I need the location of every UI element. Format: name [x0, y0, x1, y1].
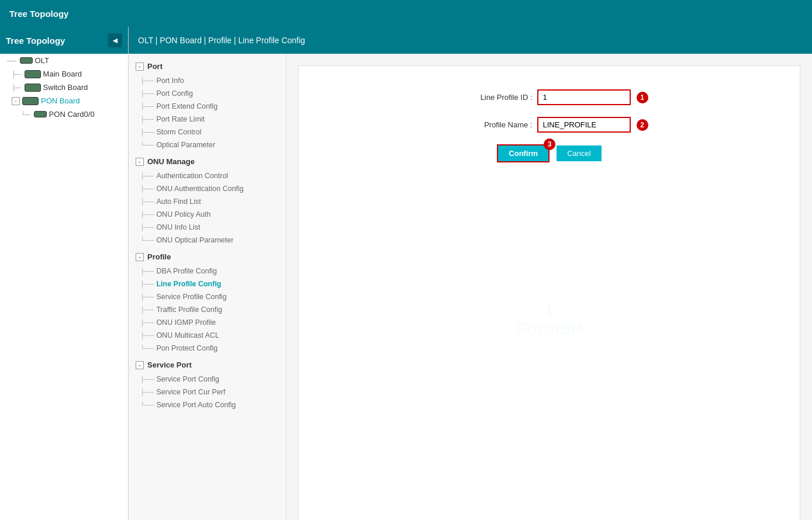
nav-item-storm-control[interactable]: ├──Storm Control [129, 126, 286, 138]
tree-connector: └─ [21, 111, 30, 118]
nav-item-service-port-auto-config[interactable]: └──Service Port Auto Config [129, 398, 286, 411]
nav-item-auto-find-list[interactable]: ├──Auto Find List [129, 195, 286, 208]
form-buttons-row: Confirm 3 Cancel [310, 144, 788, 162]
confirm-button[interactable]: Confirm [497, 144, 550, 162]
sidebar-item-label: Switch Board [43, 83, 88, 92]
badge-3: 3 [544, 138, 555, 150]
right-panel: OLT | PON Board | Profile | Line Profile… [129, 27, 812, 520]
sidebar-item-switch-board[interactable]: ├─ Switch Board [0, 81, 128, 94]
badge-1: 1 [637, 92, 648, 103]
nav-section-label: Profile [147, 252, 171, 261]
nav-item-optical-parameter[interactable]: └──Optical Parameter [129, 138, 286, 151]
nav-item-pon-protect-config[interactable]: └──Pon Protect Config [129, 342, 286, 355]
nav-section-label: ONU Manage [147, 157, 195, 166]
nav-section-header-service-port[interactable]: - Service Port [129, 357, 286, 373]
sidebar-header: Tree Topology ◄ [0, 27, 128, 54]
sidebar: Tree Topology ◄ ── OLT ├─ Main Board ├─ … [0, 27, 129, 520]
expand-icon[interactable]: - [12, 97, 20, 105]
nav-item-service-port-cur-perf[interactable]: ├──Service Port Cur Perf [129, 386, 286, 398]
form-panel: Line Profile ID : 1 Profile Name : 2 Con… [298, 65, 800, 520]
sidebar-title: Tree Topology [6, 36, 65, 46]
nav-item-port-info[interactable]: ├──Port Info [129, 74, 286, 87]
sidebar-item-label: PON Board [41, 96, 80, 105]
nav-item-line-profile-config[interactable]: ├──Line Profile Config [129, 278, 286, 290]
sidebar-item-label: OLT [35, 56, 49, 65]
content-area: - Port ├──Port Info ├──Port Config ├──Po… [129, 54, 812, 520]
app-header: Tree Topology [0, 0, 812, 27]
nav-item-onu-auth-config[interactable]: ├──ONU Authentication Config [129, 182, 286, 195]
nav-section-service-port: - Service Port ├──Service Port Config ├─… [129, 357, 286, 411]
profile-name-input[interactable] [537, 117, 631, 133]
nav-section-header-port[interactable]: - Port [129, 58, 286, 74]
nav-section-label: Port [147, 62, 163, 71]
nav-section-label: Service Port [147, 360, 192, 369]
sidebar-item-pon-card[interactable]: └─ PON Card0/0 [0, 108, 128, 121]
nav-section-onu-manage: - ONU Manage ├──Authentication Control ├… [129, 154, 286, 247]
olt-icon [20, 57, 33, 64]
nav-item-service-port-config[interactable]: ├──Service Port Config [129, 373, 286, 386]
pon-card-icon [34, 111, 47, 117]
expand-box-profile[interactable]: - [136, 253, 144, 261]
cancel-button[interactable]: Cancel [557, 145, 601, 161]
pon-board-icon [22, 97, 39, 105]
nav-section-profile: - Profile ├──DBA Profile Config ├──Line … [129, 249, 286, 355]
nav-item-onu-policy-auth[interactable]: ├──ONU Policy Auth [129, 208, 286, 221]
breadcrumb-text: OLT | PON Board | Profile | Line Profile… [138, 36, 305, 45]
sidebar-item-label: Main Board [43, 70, 82, 78]
expand-box-onu-manage[interactable]: - [136, 158, 144, 166]
sidebar-item-olt[interactable]: ── OLT [0, 54, 128, 67]
watermark-text2: ISP [555, 319, 583, 338]
tree-connector: ├─ [12, 71, 21, 78]
nav-item-dba-profile-config[interactable]: ├──DBA Profile Config [129, 265, 286, 278]
nav-item-onu-multicast-acl[interactable]: ├──ONU Multicast ACL [129, 329, 286, 342]
line-profile-id-row: Line Profile ID : 1 [310, 89, 788, 105]
sidebar-item-label: PON Card0/0 [49, 110, 95, 119]
watermark-text1: Foro [516, 319, 555, 338]
sidebar-toggle-button[interactable]: ◄ [108, 33, 122, 47]
expand-box-port[interactable]: - [136, 63, 144, 71]
main-board-icon [25, 70, 41, 78]
badge-2: 2 [637, 119, 648, 131]
nav-item-onu-info-list[interactable]: ├──ONU Info List [129, 221, 286, 234]
nav-section-port: - Port ├──Port Info ├──Port Config ├──Po… [129, 58, 286, 151]
expand-box-service-port[interactable]: - [136, 361, 144, 369]
line-profile-id-label: Line Profile ID : [451, 93, 533, 102]
line-profile-id-input[interactable] [537, 89, 631, 105]
main-content: Line Profile ID : 1 Profile Name : 2 Con… [286, 54, 812, 520]
nav-item-onu-optical-param[interactable]: └──ONU Optical Parameter [129, 234, 286, 247]
nav-item-port-config[interactable]: ├──Port Config [129, 87, 286, 100]
nav-section-header-profile[interactable]: - Profile [129, 249, 286, 265]
middle-nav: - Port ├──Port Info ├──Port Config ├──Po… [129, 54, 286, 520]
nav-item-auth-control[interactable]: ├──Authentication Control [129, 169, 286, 182]
sidebar-item-pon-board[interactable]: - PON Board [0, 94, 128, 108]
sidebar-item-main-board[interactable]: ├─ Main Board [0, 67, 128, 81]
nav-item-onu-igmp-profile[interactable]: ├──ONU IGMP Profile [129, 316, 286, 329]
watermark: ⌇ ForoISP [516, 303, 583, 339]
tree-connector: ├─ [12, 84, 21, 91]
profile-name-label: Profile Name : [451, 120, 533, 129]
nav-section-header-onu-manage[interactable]: - ONU Manage [129, 154, 286, 169]
switch-board-icon [25, 84, 41, 92]
nav-item-port-rate-limit[interactable]: ├──Port Rate Limit [129, 113, 286, 126]
tree-connector: ── [7, 57, 16, 64]
nav-item-port-extend-config[interactable]: ├──Port Extend Config [129, 100, 286, 113]
nav-item-service-profile-config[interactable]: ├──Service Profile Config [129, 290, 286, 303]
breadcrumb: OLT | PON Board | Profile | Line Profile… [129, 27, 812, 54]
profile-name-row: Profile Name : 2 [310, 117, 788, 133]
nav-item-traffic-profile-config[interactable]: ├──Traffic Profile Config [129, 303, 286, 316]
app-title: Tree Topology [9, 9, 68, 19]
